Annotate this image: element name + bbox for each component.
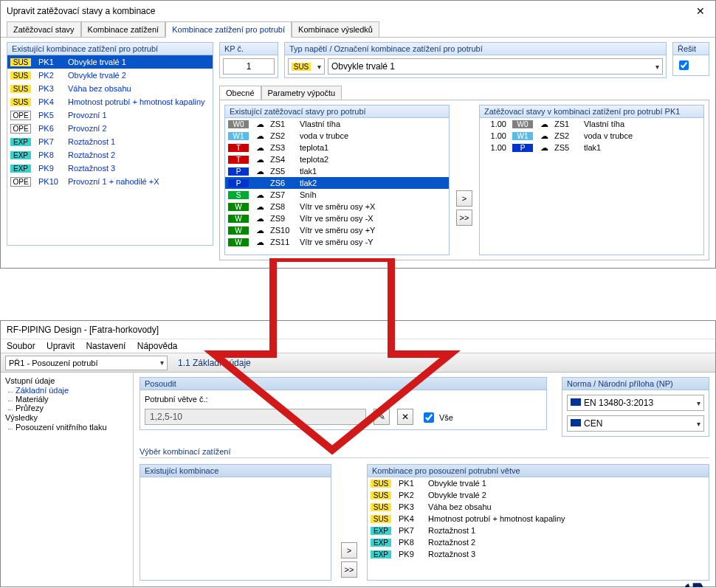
- combo-row[interactable]: SUSPK4Hmotnost potrubí + hmotnost kapali…: [7, 95, 213, 108]
- zs-tag-badge: W0: [228, 120, 249, 128]
- zs-row[interactable]: P☁ZS5tlak1: [225, 165, 449, 177]
- tree-results-inner[interactable]: Posouzení vnitřního tlaku: [2, 423, 131, 432]
- tab-load-combinations[interactable]: Kombinace zatížení: [81, 21, 166, 38]
- zs-tag-badge: T: [228, 144, 249, 152]
- eu-flag-icon: [571, 419, 581, 426]
- menu-file[interactable]: Soubor: [7, 341, 35, 351]
- zs-row[interactable]: W☁ZS9Vítr ve směru osy -X: [225, 212, 449, 224]
- clear-branches-button[interactable]: ✕: [397, 409, 413, 425]
- case-combo-value: PŘ1 - Posouzení potrubí: [9, 359, 97, 367]
- tab-result-combinations[interactable]: Kombinace výsledků: [292, 21, 379, 38]
- combo-id: PK5: [35, 108, 65, 122]
- inner-tab-general[interactable]: Obecné: [219, 86, 261, 100]
- typ-tag-select[interactable]: SUS ▾: [288, 58, 325, 75]
- branches-input[interactable]: [145, 409, 366, 425]
- tree-basic-data[interactable]: Základní údaje: [2, 386, 131, 395]
- zs-tag-badge: W: [228, 215, 249, 223]
- move-all-right-button[interactable]: >>: [456, 210, 472, 226]
- zs-row[interactable]: W0☁ZS1Vlastní tíha: [225, 118, 449, 130]
- zs-id: ZS10: [267, 224, 297, 236]
- combo-row[interactable]: EXPPK7Roztažnost 1: [7, 135, 213, 148]
- combo-row[interactable]: SUSPK3Váha bez obsahu: [7, 82, 213, 95]
- assess-row[interactable]: SUSPK2Obvykle trvalé 2: [368, 489, 709, 501]
- zs-row[interactable]: W☁ZS8Vítr ve směru osy +X: [225, 201, 449, 212]
- menu-edit[interactable]: Upravit: [47, 341, 75, 351]
- zs-row[interactable]: T☁ZS3teplota1: [225, 142, 449, 153]
- assess-row[interactable]: SUSPK1Obvykle trvalé 1: [368, 477, 709, 489]
- combo-row[interactable]: SUSPK2Obvykle trvalé 2: [7, 69, 213, 82]
- pick-branches-button[interactable]: ✎: [374, 409, 390, 425]
- zs-left-header: Existující zatěžovací stavy pro potrubí: [224, 105, 450, 118]
- cloud-icon: [253, 177, 267, 189]
- zs-row[interactable]: W☁ZS10Vítr ve směru osy +Y: [225, 224, 449, 236]
- assess-row[interactable]: EXPPK9Roztažnost 3: [368, 548, 709, 560]
- tree-results[interactable]: Výsledky: [2, 412, 131, 423]
- combo-row[interactable]: EXPPK9Roztažnost 3: [7, 162, 213, 175]
- kp-number-input[interactable]: [223, 58, 275, 75]
- tab-pipe-combinations[interactable]: Kombinace zatížení pro potrubí: [165, 21, 292, 38]
- move-all-right-lower-button[interactable]: >>: [341, 561, 357, 578]
- existing-combos-lower-list[interactable]: [140, 477, 331, 581]
- tab-load-cases[interactable]: Zatěžovací stavy: [7, 21, 81, 38]
- combo-desc: Roztažnost 2: [425, 536, 709, 548]
- move-right-lower-button[interactable]: >: [341, 542, 357, 558]
- zs-right-list[interactable]: 1.00W0☁ZS1Vlastní tíha1.00W1☁ZS2voda v t…: [479, 118, 704, 255]
- assess-row[interactable]: EXPPK8Roztažnost 2: [368, 536, 709, 548]
- zs-row[interactable]: T☁ZS4teplota2: [225, 153, 449, 165]
- zs-row[interactable]: S☁ZS7Sníh: [225, 189, 449, 201]
- zs-row[interactable]: PZS6tlak2: [225, 177, 449, 189]
- zs-desc: Vítr ve směru osy -Y: [297, 236, 449, 248]
- zs-id: ZS1: [551, 118, 581, 130]
- zs-desc: tlak1: [581, 142, 703, 153]
- zs-row[interactable]: 1.00W1☁ZS2voda v trubce: [480, 130, 703, 142]
- combo-row[interactable]: EXPPK8Roztažnost 2: [7, 148, 213, 162]
- zs-row[interactable]: W1☁ZS2voda v trubce: [225, 130, 449, 142]
- combo-tag-badge: SUS: [371, 515, 391, 523]
- assess-row[interactable]: SUSPK3Váha bez obsahu: [368, 501, 709, 513]
- menu-help[interactable]: Nápověda: [137, 341, 178, 351]
- zs-id: ZS6: [267, 177, 297, 189]
- all-checkbox-label[interactable]: Vše: [421, 410, 453, 425]
- assess-row[interactable]: SUSPK4Hmotnost potrubí + hmotnost kapali…: [368, 513, 709, 525]
- close-icon[interactable]: ✕: [692, 5, 709, 17]
- combo-id: PK9: [35, 162, 65, 175]
- combo-row[interactable]: SUSPK1Obvykle trvalé 1: [7, 55, 213, 69]
- cloud-icon: ☁: [253, 142, 267, 153]
- menu-settings[interactable]: Nastavení: [86, 341, 125, 351]
- nav-tree[interactable]: Vstupní údaje Základní údaje Materiály P…: [1, 373, 134, 587]
- typ-name-select[interactable]: Obvykle trvalé 1 ▾: [328, 58, 663, 75]
- cloud-icon: ☁: [253, 212, 267, 224]
- assess-combos-list[interactable]: SUSPK1Obvykle trvalé 1SUSPK2Obvykle trva…: [367, 477, 709, 581]
- zs-row[interactable]: W☁ZS11Vítr ve směru osy -Y: [225, 236, 449, 248]
- tree-materials[interactable]: Materiály: [2, 395, 131, 404]
- cloud-icon: ☁: [253, 130, 267, 142]
- zs-row[interactable]: 1.00P☁ZS5tlak1: [480, 142, 703, 153]
- cloud-icon: ☁: [537, 142, 551, 153]
- case-combo[interactable]: PŘ1 - Posouzení potrubí ▾: [5, 356, 168, 370]
- combo-row[interactable]: OPEPK5Provozní 1: [7, 108, 213, 122]
- zs-row[interactable]: 1.00W0☁ZS1Vlastní tíha: [480, 118, 703, 130]
- zs-tag-badge: W: [228, 226, 249, 235]
- zs-desc: Vlastní tíha: [581, 118, 703, 130]
- tree-input-data[interactable]: Vstupní údaje: [2, 376, 131, 386]
- resit-checkbox[interactable]: [679, 60, 689, 70]
- zs-desc: Vlastní tíha: [297, 118, 449, 130]
- combo-row[interactable]: OPEPK10Provozní 1 + nahodilé +X: [7, 175, 213, 188]
- norma-select-2[interactable]: CEN ▾: [567, 415, 704, 432]
- inner-tab-params[interactable]: Parametry výpočtu: [261, 86, 342, 100]
- move-right-button[interactable]: >: [456, 190, 472, 207]
- norma-select-1[interactable]: EN 13480-3:2013 ▾: [567, 395, 704, 411]
- zs-id: ZS2: [267, 130, 297, 142]
- dialog-title: Upravit zatěžovací stavy a kombinace: [7, 6, 155, 16]
- zs-tag-badge: T: [228, 156, 249, 164]
- existing-combos-list[interactable]: SUSPK1Obvykle trvalé 1SUSPK2Obvykle trva…: [7, 55, 213, 246]
- chevron-down-icon: ▾: [157, 359, 164, 367]
- zs-tag-badge: W: [228, 203, 249, 211]
- assess-row[interactable]: EXPPK7Roztažnost 1: [368, 525, 709, 536]
- zs-left-list[interactable]: W0☁ZS1Vlastní tíhaW1☁ZS2voda v trubceT☁Z…: [224, 118, 450, 255]
- tree-sections[interactable]: Průřezy: [2, 404, 131, 412]
- zs-tag-badge: S: [228, 191, 249, 199]
- all-checkbox[interactable]: [424, 412, 434, 423]
- zs-tag-badge: W0: [512, 120, 533, 128]
- combo-row[interactable]: OPEPK6Provozní 2: [7, 122, 213, 135]
